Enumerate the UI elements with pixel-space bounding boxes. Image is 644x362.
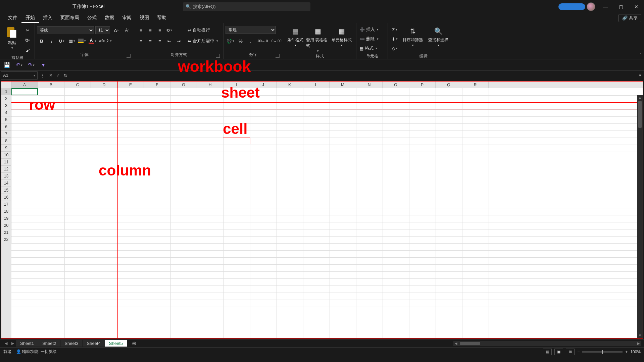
decrease-indent-button[interactable]: ⇤ — [164, 37, 174, 45]
collapse-ribbon-button[interactable]: ˅ — [640, 52, 642, 57]
row-header-4[interactable]: 4 — [1, 109, 11, 116]
italic-button[interactable]: I — [47, 37, 56, 45]
number-dialog-icon[interactable] — [276, 54, 280, 58]
row-header-20[interactable]: 20 — [1, 222, 11, 229]
cells-area[interactable] — [11, 88, 643, 338]
column-header-O[interactable]: O — [383, 82, 409, 88]
undo-button[interactable]: ↶ — [15, 61, 23, 69]
decrease-font-button[interactable]: Aˇ — [122, 26, 132, 35]
comma-button[interactable]: , — [246, 37, 255, 45]
merge-center-button[interactable]: ⬌ 合并后居中 — [187, 37, 224, 45]
percent-button[interactable]: % — [236, 37, 245, 45]
column-header-J[interactable]: J — [250, 82, 277, 88]
alignment-dialog-icon[interactable] — [216, 54, 220, 58]
autosum-button[interactable]: Σ — [390, 25, 399, 34]
row-header-10[interactable]: 10 — [1, 152, 11, 159]
column-header-K[interactable]: K — [277, 82, 303, 88]
formula-input[interactable] — [69, 71, 636, 80]
row-header-13[interactable]: 13 — [1, 173, 11, 180]
row-header-21[interactable]: 21 — [1, 229, 11, 236]
row-header-7[interactable]: 7 — [1, 131, 11, 138]
conditional-format-button[interactable]: ▦条件格式▾ — [285, 24, 305, 47]
add-sheet-button[interactable]: ⊕ — [130, 340, 138, 347]
row-header-16[interactable]: 16 — [1, 194, 11, 201]
sheet-tab-Sheet2[interactable]: Sheet2 — [38, 340, 60, 347]
wrap-text-button[interactable]: ↩ 自动换行 — [187, 26, 224, 35]
row-header-5[interactable]: 5 — [1, 116, 11, 123]
fill-button[interactable]: ⬇ — [390, 35, 399, 43]
align-top-button[interactable]: ≡ — [136, 26, 146, 35]
redo-button[interactable]: ↷ — [27, 61, 36, 69]
row-header-9[interactable]: 9 — [1, 145, 11, 152]
column-header-I[interactable]: I — [224, 82, 250, 88]
sort-filter-button[interactable]: ⇅排序和筛选▾ — [401, 24, 425, 47]
column-header-C[interactable]: C — [64, 82, 91, 88]
select-all-corner[interactable] — [1, 82, 11, 88]
format-as-table-button[interactable]: ▦套用 表格格式▾ — [306, 24, 330, 53]
fill-color-button[interactable] — [77, 37, 87, 45]
horizontal-scrollbar[interactable]: ◀▶ — [453, 341, 641, 346]
tab-视图[interactable]: 视图 — [136, 13, 153, 23]
maximize-button[interactable]: ▢ — [613, 0, 629, 13]
bold-button[interactable]: B — [37, 37, 46, 45]
zoom-slider[interactable] — [582, 351, 623, 353]
column-header-E[interactable]: E — [117, 82, 144, 88]
increase-font-button[interactable]: A^ — [111, 26, 121, 35]
row-header-22[interactable]: 22 — [1, 236, 11, 243]
tab-公式[interactable]: 公式 — [83, 13, 101, 23]
active-cell-a1[interactable] — [11, 88, 38, 95]
row-header-1[interactable]: 1 — [1, 88, 11, 95]
column-header-Q[interactable]: Q — [436, 82, 462, 88]
tab-审阅[interactable]: 审阅 — [118, 13, 136, 23]
column-header-G[interactable]: G — [170, 82, 197, 88]
enter-formula-button[interactable]: ✓ — [54, 73, 62, 78]
paste-button[interactable]: 粘贴▾ — [2, 24, 22, 50]
column-header-R[interactable]: R — [462, 82, 489, 88]
phonetic-button[interactable]: wén 文 — [98, 37, 113, 45]
column-header-B[interactable]: B — [38, 82, 64, 88]
page-layout-view-button[interactable]: ▣ — [554, 349, 563, 355]
number-format-select[interactable]: 常规 — [226, 26, 276, 34]
sheet-tab-Sheet3[interactable]: Sheet3 — [60, 340, 83, 347]
align-middle-button[interactable]: ≡ — [146, 26, 155, 35]
cell-styles-button[interactable]: ▦单元格样式▾ — [330, 24, 353, 47]
tab-文件[interactable]: 文件 — [4, 13, 21, 23]
row-header-2[interactable]: 2 — [1, 95, 11, 102]
share-button[interactable]: 🔗 共享 — [618, 14, 641, 22]
row-header-18[interactable]: 18 — [1, 208, 11, 215]
align-right-button[interactable]: ≡ — [155, 37, 164, 45]
tab-页面布局[interactable]: 页面布局 — [56, 13, 83, 23]
vertical-scrollbar[interactable]: ▲▼ — [637, 95, 643, 338]
insert-cells-button[interactable]: ➕ 插入 — [358, 25, 385, 34]
underline-button[interactable]: U — [57, 37, 66, 45]
fx-icon[interactable]: fx — [62, 73, 69, 78]
name-box[interactable]: A1▾ — [1, 71, 38, 80]
qat-customize-button[interactable]: ▾ — [39, 61, 48, 69]
row-header-8[interactable]: 8 — [1, 138, 11, 145]
orientation-button[interactable]: ⟲ — [164, 26, 174, 35]
account-name[interactable] — [558, 3, 585, 10]
accounting-format-button[interactable]: 💱 — [226, 37, 235, 45]
tab-帮助[interactable]: 帮助 — [153, 13, 170, 23]
tab-开始[interactable]: 开始 — [21, 13, 39, 23]
column-header-H[interactable]: H — [197, 82, 224, 88]
save-button[interactable]: 💾 — [3, 61, 11, 69]
zoom-in-button[interactable]: + — [625, 350, 628, 354]
border-button[interactable]: ▦ — [67, 37, 77, 45]
row-header-12[interactable]: 12 — [1, 166, 11, 173]
sheet-tab-Sheet5[interactable]: Sheet5 — [105, 340, 127, 347]
row-header-19[interactable]: 19 — [1, 215, 11, 222]
search-box[interactable]: 🔍 搜索(Alt+Q) — [183, 2, 310, 11]
column-header-A[interactable]: A — [11, 82, 38, 88]
cancel-formula-button[interactable]: ✕ — [47, 73, 54, 78]
decrease-decimal-button[interactable]: .0→.00 — [269, 37, 282, 45]
column-header-L[interactable]: L — [303, 82, 330, 88]
column-header-N[interactable]: N — [356, 82, 383, 88]
normal-view-button[interactable]: ▦ — [543, 349, 552, 355]
zoom-out-button[interactable]: − — [577, 350, 580, 354]
copy-button[interactable]: ⧉ ▾ — [23, 36, 32, 45]
status-accessibility[interactable]: 👤 辅助功能: 一切就绪 — [16, 349, 57, 355]
increase-decimal-button[interactable]: .00→.0 — [256, 37, 269, 45]
row-header-14[interactable]: 14 — [1, 180, 11, 187]
align-left-button[interactable]: ≡ — [136, 37, 146, 45]
